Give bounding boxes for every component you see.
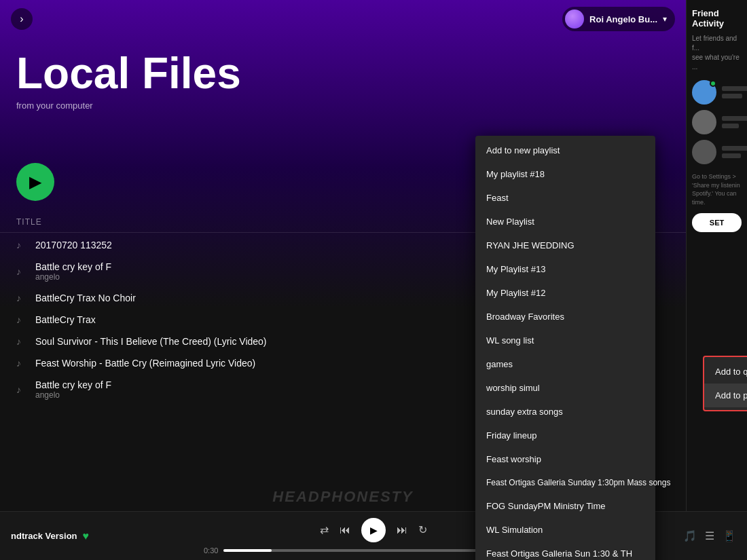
player-track-name: ndtrack Version xyxy=(11,531,77,541)
menu-item-add-to-new-playlist[interactable]: Add to new playlist xyxy=(475,138,655,162)
friend-item xyxy=(692,140,742,164)
menu-item-my-playlist-13[interactable]: My Playlist #13 xyxy=(475,257,655,281)
menu-item-wl-song-list[interactable]: WL song list xyxy=(475,329,655,352)
music-icon: ♪ xyxy=(16,336,27,347)
menu-item-broadway-favorites[interactable]: Broadway Favorites xyxy=(475,305,655,329)
chevron-down-icon: ▾ xyxy=(663,14,667,24)
lyrics-icon[interactable]: 🎵 xyxy=(683,529,697,542)
music-icon: ♪ xyxy=(16,240,27,250)
friend-lines xyxy=(722,146,747,158)
menu-item-feast-ortigas-sun[interactable]: Feast Ortigas Galleria Sun 1:30 & TH xyxy=(475,542,655,560)
repeat-button[interactable]: ↻ xyxy=(418,523,427,536)
track-name: Feast Worship - Battle Cry (Reimagined L… xyxy=(35,358,526,369)
progress-fill xyxy=(223,549,272,552)
track-name: Battle cry key of F xyxy=(35,379,526,390)
music-icon: ♪ xyxy=(16,314,27,325)
friend-activity-sidebar: Friend Activity Let friends and f...see … xyxy=(686,0,747,511)
friend-item xyxy=(692,80,742,105)
menu-item-wl-simulation[interactable]: WL Simulation xyxy=(475,518,655,542)
menu-item-feast-worship[interactable]: Feast worship xyxy=(475,447,655,471)
page-title: Local Files xyxy=(16,52,241,95)
track-artist: angelo xyxy=(35,272,526,282)
context-menu: Add to new playlist My playlist #18 Feas… xyxy=(475,136,655,560)
track-name: Soul Survivor - This I Believe (The Cree… xyxy=(35,336,526,347)
track-info: BattleCry Trax xyxy=(35,314,526,325)
user-name: Roi Angelo Bu... xyxy=(589,14,657,24)
page-header: Local Files from your computer xyxy=(0,38,257,124)
music-icon: ♪ xyxy=(16,266,27,277)
top-bar: › Roi Angelo Bu... ▾ xyxy=(0,0,686,38)
queue-icon[interactable]: ☰ xyxy=(705,529,714,542)
settings-button[interactable]: SET xyxy=(692,213,742,232)
column-title: TITLE xyxy=(16,217,534,227)
user-profile[interactable]: Roi Angelo Bu... ▾ xyxy=(562,7,675,31)
player-track-info: ndtrack Version ♥ xyxy=(11,530,147,542)
menu-item-add-to-queue[interactable]: Add to queue xyxy=(704,360,747,384)
friend-item xyxy=(692,110,742,134)
friend-lines xyxy=(722,116,747,128)
menu-item-games[interactable]: games xyxy=(475,352,655,376)
watermark: HEADPHONESTY xyxy=(272,488,413,506)
track-info: Battle cry key of F angelo xyxy=(35,379,526,400)
heart-icon[interactable]: ♥ xyxy=(83,530,90,542)
sidebar-description: Let friends and f...see what you're ... xyxy=(692,34,742,72)
track-info: Soul Survivor - This I Believe (The Cree… xyxy=(35,336,526,347)
menu-item-add-to-playlist[interactable]: Add to playlist ▶ xyxy=(704,384,747,407)
forward-button[interactable]: › xyxy=(11,8,33,30)
menu-item-my-playlist-18[interactable]: My playlist #18 xyxy=(475,162,655,186)
menu-item-new-playlist[interactable]: New Playlist xyxy=(475,210,655,234)
user-avatar xyxy=(565,10,584,29)
track-artist: angelo xyxy=(35,390,526,400)
next-button[interactable]: ⏭ xyxy=(397,524,407,536)
devices-icon[interactable]: 📱 xyxy=(723,529,736,542)
music-icon: ♪ xyxy=(16,384,27,395)
friend-avatar xyxy=(692,110,716,134)
menu-item-feast[interactable]: Feast xyxy=(475,186,655,210)
play-pause-button[interactable]: ▶ xyxy=(361,518,386,542)
menu-item-friday-lineup[interactable]: Friday lineup xyxy=(475,424,655,447)
track-name: 20170720 113252 xyxy=(35,240,526,250)
menu-item-ryan-jhe-wedding[interactable]: RYAN JHE WEDDING xyxy=(475,234,655,257)
menu-item-fog-sundaypm[interactable]: FOG SundayPM Ministry Time xyxy=(475,494,655,518)
play-button-area: ▶ xyxy=(16,163,54,201)
track-name: BattleCry Trax No Choir xyxy=(35,293,526,303)
friend-lines xyxy=(722,86,747,98)
menu-item-feast-ortigas-galleria-sunday[interactable]: Feast Ortigas Galleria Sunday 1:30pm Mas… xyxy=(475,471,655,494)
shuffle-button[interactable]: ⇄ xyxy=(320,523,329,536)
track-info: Battle cry key of F angelo xyxy=(35,261,526,282)
play-main-button[interactable]: ▶ xyxy=(16,163,54,201)
music-icon: ♪ xyxy=(16,358,27,369)
sidebar-title: Friend Activity xyxy=(692,8,742,29)
track-name: BattleCry Trax xyxy=(35,314,526,325)
friend-avatar xyxy=(692,140,716,164)
previous-button[interactable]: ⏮ xyxy=(340,524,350,536)
menu-item-sunday-extra-songs[interactable]: sunday extra songs xyxy=(475,400,655,424)
track-info: 20170720 113252 xyxy=(35,240,526,250)
sidebar-settings-text: Go to Settings >'Share my listeninSpotif… xyxy=(692,172,742,206)
menu-item-my-playlist-12[interactable]: My Playlist #12 xyxy=(475,281,655,305)
music-icon: ♪ xyxy=(16,293,27,303)
current-time: 0:30 xyxy=(204,546,218,555)
friends-list xyxy=(692,80,742,164)
control-buttons: ⇄ ⏮ ▶ ⏭ ↻ xyxy=(320,518,427,542)
track-info: Feast Worship - Battle Cry (Reimagined L… xyxy=(35,358,526,369)
menu-item-worship-simul[interactable]: worship simul Add to queue Add to playli… xyxy=(475,376,655,400)
page-subtitle: from your computer xyxy=(16,100,241,111)
track-name: Battle cry key of F xyxy=(35,261,526,272)
track-info: BattleCry Trax No Choir xyxy=(35,293,526,303)
